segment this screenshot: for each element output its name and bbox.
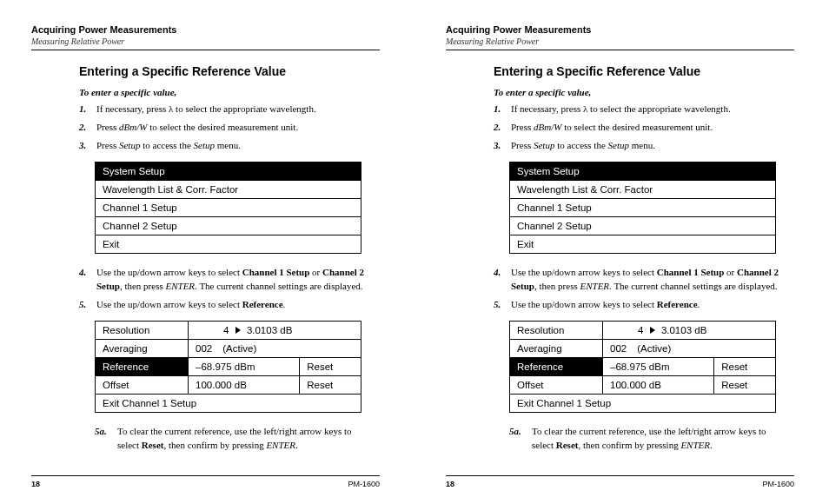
- step-list-cont: 4. Use the up/down arrow keys to select …: [494, 266, 790, 312]
- page-number: 18: [31, 480, 40, 488]
- step-1: 1. If necessary, press λ to select the a…: [79, 103, 375, 116]
- step-2: 2. Press dBm/W to select the desired mea…: [494, 121, 790, 135]
- chapter-title: Acquiring Power Measurements: [446, 24, 794, 35]
- step-number: 3.: [494, 139, 501, 153]
- exit-row: Exit Channel 1 Setup: [510, 394, 776, 412]
- step-3: 3. Press Setup to access the Setup menu.: [494, 139, 790, 153]
- param-label: Averaging: [510, 339, 603, 357]
- step-5a: 5a. To clear the current reference, use …: [494, 425, 790, 453]
- step-number: 1.: [494, 103, 501, 116]
- step-list: 1. If necessary, press λ to select the a…: [79, 103, 375, 153]
- page-footer: 18 PM-1600: [31, 475, 380, 488]
- page-content: Entering a Specific Reference Value To e…: [31, 64, 380, 487]
- header-rule: [446, 50, 794, 50]
- param-value: –68.975 dBm: [189, 357, 300, 375]
- param-label-selected: Reference: [510, 357, 603, 375]
- step-2: 2. Press dBm/W to select the desired mea…: [79, 121, 375, 135]
- page-left: Acquiring Power Measurements Measuring R…: [0, 0, 414, 504]
- procedure-lead: To enter a specific value,: [79, 87, 375, 97]
- menu-item: Channel 1 Setup: [96, 198, 361, 216]
- step-list-cont: 4. Use the up/down arrow keys to select …: [79, 266, 375, 312]
- param-value: 002(Active): [603, 339, 776, 357]
- model-number: PM-1600: [348, 480, 380, 488]
- system-setup-menu: System Setup Wavelength List & Corr. Fac…: [509, 162, 776, 254]
- step-number: 5a.: [95, 425, 107, 439]
- param-value: 100.000 dB: [603, 375, 714, 394]
- system-setup-menu: System Setup Wavelength List & Corr. Fac…: [95, 162, 361, 254]
- menu-item: Exit: [510, 235, 776, 253]
- menu-item: Wavelength List & Corr. Factor: [96, 180, 361, 198]
- menu-item: Channel 2 Setup: [96, 216, 361, 235]
- section-heading: Entering a Specific Reference Value: [494, 64, 790, 78]
- step-number: 4.: [494, 266, 501, 280]
- step-number: 5a.: [509, 425, 521, 439]
- param-label: Averaging: [96, 339, 189, 357]
- step-1: 1. If necessary, press λ to select the a…: [494, 103, 790, 116]
- param-value: –68.975 dBm: [603, 357, 714, 375]
- step-5a: 5a. To clear the current reference, use …: [79, 425, 375, 453]
- arrow-right-icon: [235, 327, 241, 334]
- step-number: 4.: [79, 266, 86, 280]
- step-number: 3.: [79, 139, 86, 153]
- step-number: 1.: [79, 103, 86, 116]
- menu-item: Exit: [96, 235, 361, 253]
- step-5: 5. Use the up/down arrow keys to select …: [79, 298, 375, 312]
- footer-rule: [31, 475, 380, 476]
- page-content: Entering a Specific Reference Value To e…: [446, 64, 794, 487]
- channel-setup-menu: Resolution 4 3.0103 dB Averaging 002(Act…: [509, 321, 776, 413]
- step-4: 4. Use the up/down arrow keys to select …: [79, 266, 375, 294]
- running-header: Acquiring Power Measurements Measuring R…: [446, 24, 794, 64]
- menu-item: Channel 2 Setup: [510, 216, 776, 235]
- param-label: Offset: [96, 375, 189, 394]
- menu-item: Channel 1 Setup: [510, 198, 776, 216]
- channel-setup-menu: Resolution 4 3.0103 dB Averaging 002(Act…: [95, 321, 361, 413]
- step-number: 5.: [494, 298, 501, 312]
- step-5: 5. Use the up/down arrow keys to select …: [494, 298, 790, 312]
- section-heading: Entering a Specific Reference Value: [79, 64, 375, 78]
- step-4: 4. Use the up/down arrow keys to select …: [494, 266, 790, 294]
- header-rule: [31, 50, 380, 50]
- section-name: Measuring Relative Power: [446, 36, 794, 50]
- step-number: 2.: [79, 121, 86, 135]
- model-number: PM-1600: [762, 480, 794, 488]
- reset-cell: Reset: [714, 357, 776, 375]
- section-name: Measuring Relative Power: [31, 36, 380, 50]
- param-label-selected: Reference: [96, 357, 189, 375]
- menu-header: System Setup: [96, 162, 361, 180]
- step-number: 5.: [79, 298, 86, 312]
- page-number: 18: [446, 480, 454, 488]
- menu-item: Wavelength List & Corr. Factor: [510, 180, 776, 198]
- footer-rule: [446, 475, 794, 476]
- step-list: 1. If necessary, press λ to select the a…: [494, 103, 790, 153]
- reset-cell: Reset: [300, 375, 361, 394]
- page-right: Acquiring Power Measurements Measuring R…: [414, 0, 829, 504]
- param-label: Offset: [510, 375, 603, 394]
- page-footer: 18 PM-1600: [446, 475, 794, 488]
- reset-cell: Reset: [714, 375, 776, 394]
- menu-header: System Setup: [510, 162, 776, 180]
- reset-cell: Reset: [300, 357, 361, 375]
- param-value: 4 3.0103 dB: [603, 321, 776, 339]
- step-3: 3. Press Setup to access the Setup menu.: [79, 139, 375, 153]
- running-header: Acquiring Power Measurements Measuring R…: [31, 24, 380, 64]
- exit-row: Exit Channel 1 Setup: [96, 394, 361, 412]
- param-label: Resolution: [510, 321, 603, 339]
- procedure-lead: To enter a specific value,: [494, 87, 790, 97]
- param-value: 100.000 dB: [189, 375, 300, 394]
- param-label: Resolution: [96, 321, 189, 339]
- step-number: 2.: [494, 121, 501, 135]
- chapter-title: Acquiring Power Measurements: [31, 24, 380, 35]
- param-value: 4 3.0103 dB: [189, 321, 361, 339]
- param-value: 002(Active): [189, 339, 361, 357]
- arrow-right-icon: [650, 327, 655, 334]
